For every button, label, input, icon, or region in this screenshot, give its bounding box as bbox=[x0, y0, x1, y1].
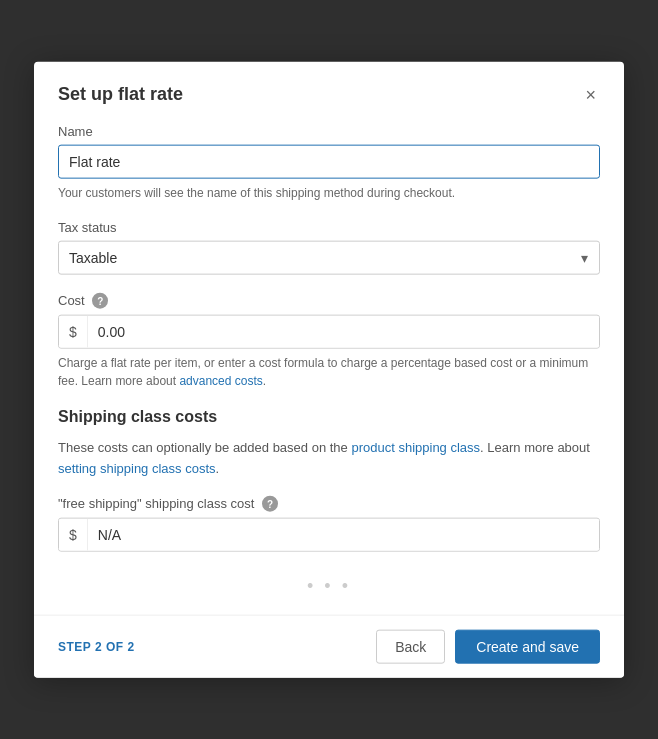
create-and-save-button[interactable]: Create and save bbox=[455, 630, 600, 664]
cost-prefix: $ bbox=[59, 316, 88, 348]
step-label: STEP 2 OF 2 bbox=[58, 640, 135, 654]
name-hint: Your customers will see the name of this… bbox=[58, 183, 600, 201]
cost-hint: Charge a flat rate per item, or enter a … bbox=[58, 354, 600, 390]
free-shipping-label: "free shipping" shipping class cost ? bbox=[58, 495, 600, 512]
back-button[interactable]: Back bbox=[376, 630, 445, 664]
modal-footer: STEP 2 OF 2 Back Create and save bbox=[34, 615, 624, 678]
setup-flat-rate-modal: Set up flat rate × Name Your customers w… bbox=[34, 61, 624, 678]
name-label: Name bbox=[58, 123, 600, 138]
free-shipping-prefix: $ bbox=[59, 519, 88, 551]
shipping-class-desc: These costs can optionally be added base… bbox=[58, 438, 600, 480]
name-field-group: Name Your customers will see the name of… bbox=[58, 123, 600, 201]
close-button[interactable]: × bbox=[581, 81, 600, 107]
cost-input-wrapper: $ bbox=[58, 315, 600, 349]
modal-body: Name Your customers will see the name of… bbox=[34, 123, 624, 615]
cost-field-group: Cost ? $ Charge a flat rate per item, or… bbox=[58, 292, 600, 390]
modal-title: Set up flat rate bbox=[58, 84, 183, 105]
footer-buttons: Back Create and save bbox=[376, 630, 600, 664]
shipping-class-title: Shipping class costs bbox=[58, 408, 600, 426]
tax-status-field-group: Tax status Taxable None ▾ bbox=[58, 219, 600, 274]
scroll-indicator: • • • bbox=[58, 570, 600, 599]
free-shipping-help-icon[interactable]: ? bbox=[262, 496, 278, 512]
name-input[interactable] bbox=[58, 144, 600, 178]
cost-label: Cost ? bbox=[58, 292, 600, 309]
free-shipping-input-wrapper: $ bbox=[58, 518, 600, 552]
cost-input[interactable] bbox=[88, 316, 599, 348]
setting-shipping-class-link[interactable]: setting shipping class costs bbox=[58, 461, 216, 476]
advanced-costs-link[interactable]: advanced costs bbox=[179, 374, 262, 388]
shipping-class-section: Shipping class costs These costs can opt… bbox=[58, 408, 600, 552]
modal-header: Set up flat rate × bbox=[34, 61, 624, 123]
cost-help-icon[interactable]: ? bbox=[92, 293, 108, 309]
tax-status-select-wrapper: Taxable None ▾ bbox=[58, 240, 600, 274]
tax-status-label: Tax status bbox=[58, 219, 600, 234]
tax-status-select[interactable]: Taxable None bbox=[58, 240, 600, 274]
free-shipping-input[interactable] bbox=[88, 519, 599, 551]
product-shipping-class-link[interactable]: product shipping class bbox=[351, 440, 480, 455]
